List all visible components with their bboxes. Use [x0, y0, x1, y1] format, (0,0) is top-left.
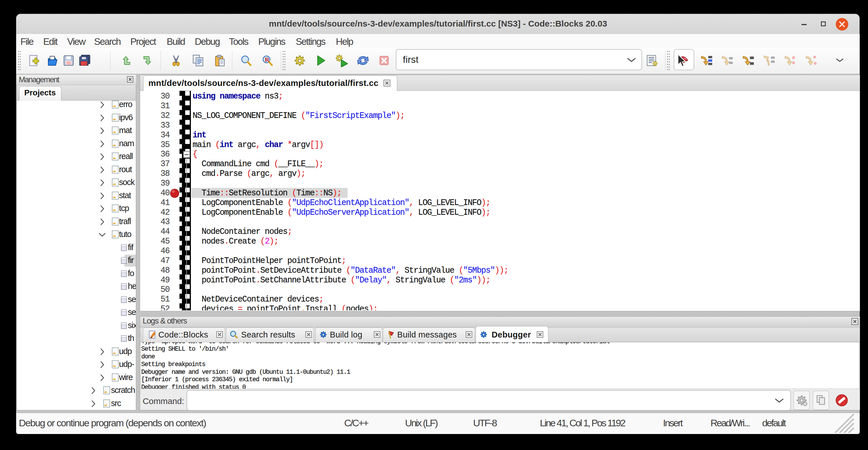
- svg-text:R: R: [265, 56, 270, 63]
